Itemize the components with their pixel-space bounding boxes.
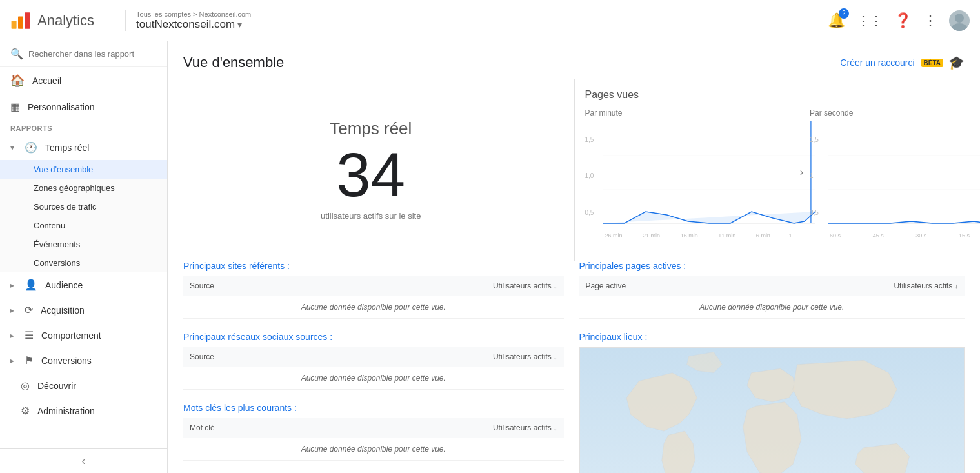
chart-expand-button[interactable]: › — [800, 166, 803, 178]
lieux-title[interactable]: Principaux lieux : — [579, 332, 965, 342]
right-tables: Principales pages actives : Page active … — [574, 261, 965, 473]
header-actions: 🔔 2 ⋮⋮ ❓ ⋮ — [828, 10, 970, 31]
referents-no-data: Aucune donnée disponible pour cette vue. — [183, 296, 564, 319]
x-label-1: 1... — [788, 232, 797, 239]
app-name: Analytics — [37, 12, 94, 29]
chart-svg-right — [828, 121, 980, 225]
mots-cles-col1-header: Mot clé — [183, 418, 308, 438]
user-avatar[interactable] — [949, 10, 970, 31]
dropdown-icon: ▾ — [237, 19, 242, 30]
referents-table: Source Utilisateurs actifs ↓ Aucune donn… — [183, 276, 564, 319]
reseaux-section: Principaux réseaux sociaux sources : Sou… — [183, 332, 564, 390]
x-label-21min: -21 min — [641, 232, 660, 239]
sidebar-collapse-button[interactable]: ‹ — [0, 448, 167, 473]
sidebar-subitem-conversions[interactable]: Conversions — [0, 254, 167, 272]
mots-cles-table: Mot clé Utilisateurs actifs ↓ Aucune don… — [183, 418, 564, 461]
sort-arrow-icon2[interactable]: ↓ — [554, 353, 557, 361]
mots-cles-title[interactable]: Mots clés les plus courants : — [183, 403, 564, 413]
header: Analytics Tous les comptes > Nextconseil… — [0, 0, 980, 41]
y-label-right-0.5: 0,5 — [810, 209, 828, 216]
comportement-icon: ☰ — [25, 329, 34, 341]
realtime-widget: Temps réel 34 utilisateurs actifs sur le… — [168, 79, 574, 261]
y-label-right-1: 1 — [810, 172, 828, 179]
collapse-icon: ‹ — [82, 454, 86, 468]
reseaux-col1-header: Source — [183, 347, 308, 367]
referents-title[interactable]: Principaux sites référents : — [183, 261, 564, 271]
chart-left-subtitle: Par minute — [585, 108, 797, 117]
notification-badge: 2 — [839, 8, 849, 19]
svg-rect-2 — [25, 12, 30, 29]
help-icon[interactable]: ❓ — [894, 12, 912, 29]
sidebar-item-acquisition[interactable]: ▸ ⟳ Acquisition — [0, 297, 167, 323]
reseaux-title[interactable]: Principaux réseaux sociaux sources : — [183, 332, 564, 342]
pages-vues-title: Pages vues — [585, 89, 970, 101]
sidebar-item-accueil[interactable]: 🏠 Accueil — [0, 67, 167, 94]
sort-arrow-icon3[interactable]: ↓ — [554, 424, 557, 432]
y-label-0.5: 0,5 — [585, 209, 603, 216]
x-labels-right: -60 s -45 s -30 s -15 s — [828, 232, 970, 239]
sidebar-subitem-vue-ensemble[interactable]: Vue d'ensemble — [0, 160, 167, 179]
x-label-16min: -16 min — [679, 232, 698, 239]
sort-arrow-icon[interactable]: ↓ — [554, 282, 557, 290]
table-row: Aucune donnée disponible pour cette vue. — [183, 438, 564, 461]
pages-vues-widget: Pages vues Par minute 1,5 1,0 0,5 — [574, 79, 981, 261]
x-label-45s: -45 s — [871, 232, 884, 239]
notifications-button[interactable]: 🔔 2 — [828, 12, 845, 29]
sidebar-subitem-sources-trafic[interactable]: Sources de trafic — [0, 197, 167, 216]
sidebar-item-decouvrir[interactable]: ◎ Découvrir — [0, 373, 167, 398]
analytics-logo-icon — [10, 10, 31, 31]
property-name[interactable]: toutNextconseil.com ▾ — [136, 18, 251, 31]
sidebar-subitem-evenements[interactable]: Événements — [0, 235, 167, 254]
more-options-icon[interactable]: ⋮ — [923, 12, 937, 29]
pages-actives-no-data: Aucune donnée disponible pour cette vue. — [579, 296, 965, 319]
chevron-down-icon: ▾ — [10, 143, 14, 152]
mots-cles-section: Mots clés les plus courants : Mot clé Ut… — [183, 403, 564, 461]
create-shortcut-link[interactable]: Créer un raccourci — [840, 57, 914, 68]
chart-left-area: 1,5 1,0 0,5 — [585, 121, 797, 231]
sidebar-item-administration[interactable]: ⚙ Administration — [0, 398, 167, 423]
y-labels-left: 1,5 1,0 0,5 — [585, 121, 603, 231]
sort-arrow-icon4[interactable]: ↓ — [955, 282, 959, 290]
vue-ensemble-label: Vue d'ensemble — [34, 165, 93, 174]
mots-cles-col2-header: Utilisateurs actifs ↓ — [308, 418, 563, 438]
acquisition-icon: ⟳ — [25, 304, 33, 316]
sidebar-item-conversions2[interactable]: ▸ ⚑ Conversions — [0, 348, 167, 373]
table-row: Aucune donnée disponible pour cette vue. — [183, 296, 564, 319]
sidebar-item-personnalisation[interactable]: ▦ Personnalisation — [0, 94, 167, 119]
account-selector[interactable]: Tous les comptes > Nextconseil.com toutN… — [125, 10, 251, 31]
search-input[interactable] — [28, 49, 157, 59]
temps-reel-subitems: Vue d'ensemble Zones géographiques Sourc… — [0, 160, 167, 272]
x-label-60s: -60 s — [828, 232, 841, 239]
content-header: Vue d'ensemble Créer un raccourci BÉTA 🎓 — [168, 41, 980, 79]
pages-actives-col2-header: Utilisateurs actifs ↓ — [737, 276, 965, 296]
apps-grid-icon[interactable]: ⋮⋮ — [857, 13, 883, 28]
sidebar-item-audience[interactable]: ▸ 👤 Audience — [0, 272, 167, 297]
search-icon: 🔍 — [10, 48, 23, 60]
pages-actives-col1-header: Page active — [579, 276, 737, 296]
svg-point-4 — [952, 23, 967, 31]
sidebar-subitem-contenu[interactable]: Contenu — [0, 216, 167, 235]
chevron-right-icon: ▸ — [10, 281, 14, 290]
world-map-widget — [579, 347, 965, 473]
logo-area: Analytics — [10, 10, 94, 31]
sidebar: 🔍 🏠 Accueil ▦ Personnalisation RAPPORTS … — [0, 41, 168, 473]
x-label-26min: -26 min — [603, 232, 623, 239]
sidebar-subitem-zones-geo[interactable]: Zones géographiques — [0, 179, 167, 197]
customization-icon: ▦ — [10, 101, 20, 113]
referents-col2-header: Utilisateurs actifs ↓ — [308, 276, 564, 296]
sidebar-label-conversions2: Conversions — [41, 356, 92, 366]
main-grid: Temps réel 34 utilisateurs actifs sur le… — [168, 79, 980, 261]
pages-actives-title[interactable]: Principales pages actives : — [579, 261, 965, 271]
sidebar-item-comportement[interactable]: ▸ ☰ Comportement — [0, 323, 167, 348]
sidebar-item-temps-reel[interactable]: ▾ 🕐 Temps réel — [0, 135, 167, 160]
sidebar-search-area[interactable]: 🔍 — [0, 41, 167, 67]
main-wrapper: 🔍 🏠 Accueil ▦ Personnalisation RAPPORTS … — [0, 41, 980, 473]
chevron-right-icon2: ▸ — [10, 306, 14, 315]
chart-par-seconde: Par seconde 1,5 1 0,5 — [802, 108, 970, 250]
audience-icon: 👤 — [25, 279, 37, 291]
table-row: Aucune donnée disponible pour cette vue. — [579, 296, 965, 319]
sidebar-label-comportement: Comportement — [41, 330, 101, 341]
clock-icon: 🕐 — [25, 141, 37, 154]
tables-section: Principaux sites référents : Source Util… — [168, 261, 980, 473]
contenu-label: Contenu — [34, 221, 65, 230]
